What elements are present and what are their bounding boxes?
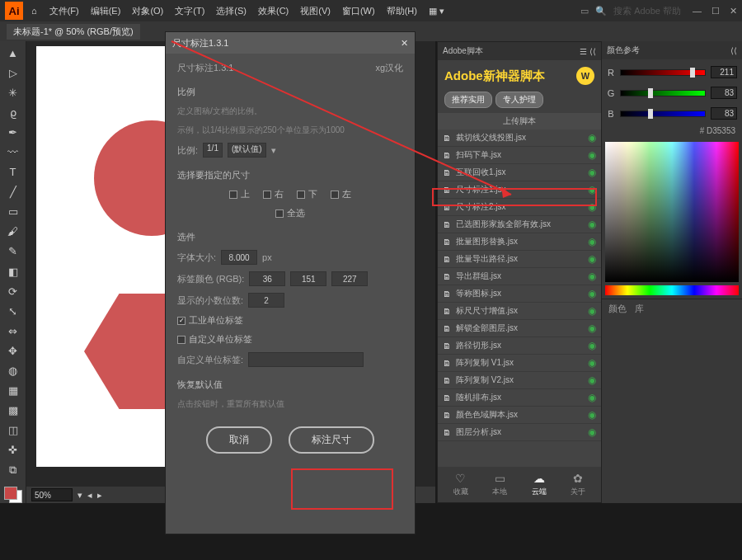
script-item[interactable]: 🗎已选图形家族全部有效.jsx◉ [438, 216, 601, 233]
tool-magic-wand[interactable]: ✳ [4, 84, 22, 101]
tool-pen[interactable]: ✒ [4, 124, 22, 140]
font-size-input[interactable] [221, 250, 257, 265]
side-left-checkbox[interactable]: 左 [331, 188, 351, 200]
tool-eyedropper[interactable]: ✜ [4, 442, 22, 459]
nav-prev-icon[interactable]: ◂ [87, 490, 92, 501]
b-value[interactable]: 83 [711, 107, 737, 120]
color-picker[interactable] [605, 142, 739, 282]
script-item[interactable]: 🗎等称图标.jsx◉ [438, 285, 601, 303]
menu-select[interactable]: 选择(S) [212, 3, 251, 19]
tool-width[interactable]: ⇔ [4, 322, 22, 339]
rgb-r-input[interactable] [249, 271, 285, 286]
menu-extra-icon[interactable]: ▦ ▾ [425, 4, 448, 18]
b-slider[interactable] [620, 111, 706, 117]
r-value[interactable]: 211 [711, 66, 737, 78]
scripts-tab-label[interactable]: Adobe脚本 [443, 45, 483, 57]
window-max[interactable]: ☐ [711, 6, 720, 16]
script-item[interactable]: 🗎解锁全部图层.jsx◉ [438, 320, 601, 337]
menu-edit[interactable]: 编辑(E) [87, 3, 125, 19]
industrial-unit-checkbox[interactable]: ✓工业单位标签 [177, 314, 403, 327]
tool-shape-builder[interactable]: ◍ [4, 363, 22, 379]
script-item[interactable]: 🗎阵列复制 V1.jsx◉ [438, 355, 601, 372]
hex-value[interactable]: D35353 [707, 126, 735, 135]
ratio-default-select[interactable]: (默认值) [228, 143, 266, 158]
home-icon[interactable]: ⌂ [31, 6, 37, 16]
panel-menu-icon[interactable]: ⟨⟨ [730, 46, 737, 55]
rgb-b-input[interactable] [331, 271, 368, 286]
tool-type[interactable]: T [4, 164, 22, 181]
tab-libraries[interactable]: 库 [635, 303, 644, 315]
scripts-nav-3[interactable]: ✿关于 [571, 472, 585, 497]
tool-mesh[interactable]: ▩ [4, 402, 22, 419]
scripts-category-recommended[interactable]: 推荐实用 [444, 92, 492, 108]
tool-selection[interactable]: ▲ [4, 45, 22, 61]
select-all-checkbox[interactable]: 全选 [275, 207, 305, 219]
tool-lasso[interactable]: ϱ [4, 104, 22, 120]
menu-effect[interactable]: 效果(C) [254, 3, 293, 19]
script-item[interactable]: 🗎批量图形替换.jsx◉ [438, 233, 601, 251]
document-tab[interactable]: 未标题-1* @ 50% (RGB/预览) [7, 24, 140, 40]
ratio-select[interactable]: 1/1 [203, 143, 223, 158]
custom-unit-input[interactable] [248, 352, 364, 367]
script-item[interactable]: 🗎互联回收1.jsx◉ [438, 164, 601, 181]
fill-stroke-swatch[interactable] [4, 487, 22, 503]
side-right-checkbox[interactable]: 右 [263, 188, 284, 200]
tool-line[interactable]: ╱ [4, 184, 22, 200]
script-item[interactable]: 🗎导出群组.jsx◉ [438, 268, 601, 285]
menu-window[interactable]: 窗口(W) [338, 3, 379, 19]
tool-eraser[interactable]: ◧ [4, 263, 22, 280]
menu-view[interactable]: 视图(V) [296, 3, 335, 19]
scripts-nav-2[interactable]: ☁云端 [532, 472, 547, 497]
tool-free-transform[interactable]: ✥ [4, 342, 22, 359]
scripts-nav-1[interactable]: ▭本地 [492, 472, 507, 497]
side-bottom-checkbox[interactable]: 下 [297, 188, 317, 200]
dialog-close-icon[interactable]: ✕ [401, 38, 408, 49]
script-item[interactable]: 🗎扫码下单.jsx◉ [438, 147, 601, 164]
tool-brush[interactable]: 🖌 [4, 224, 22, 240]
artboard[interactable] [36, 46, 168, 467]
g-slider[interactable] [620, 90, 706, 96]
side-top-checkbox[interactable]: 上 [229, 188, 250, 200]
script-item[interactable]: 🗎路径切形.jsx◉ [438, 337, 601, 355]
script-item[interactable]: 🗎随机排布.jsx◉ [438, 389, 601, 407]
script-item[interactable]: 🗎标尺尺寸增值.jsx◉ [438, 303, 601, 320]
tool-shaper[interactable]: ✎ [4, 243, 22, 260]
menu-object[interactable]: 对象(O) [128, 3, 167, 19]
tab-swatches[interactable]: 颜色 [608, 303, 627, 315]
tool-perspective[interactable]: ▦ [4, 383, 22, 399]
window-min[interactable]: — [693, 6, 702, 16]
shape-hexagon[interactable] [84, 294, 168, 409]
hue-slider[interactable] [605, 285, 739, 295]
confirm-button[interactable]: 标注尺寸 [289, 426, 374, 454]
cancel-button[interactable]: 取消 [206, 426, 272, 454]
tool-scale[interactable]: ⤡ [4, 303, 22, 319]
tool-rotate[interactable]: ⟳ [4, 283, 22, 299]
script-item[interactable]: 🗎批量导出路径.jsx◉ [438, 251, 601, 268]
search-icon[interactable]: 🔍 [595, 6, 607, 16]
zoom-input[interactable] [31, 488, 73, 501]
scripts-nav-0[interactable]: ♡收藏 [453, 472, 468, 497]
script-item[interactable]: 🗎裁切线父线投图.jsx◉ [438, 129, 601, 147]
decimals-input[interactable] [248, 293, 284, 308]
r-slider[interactable] [620, 69, 706, 76]
window-close[interactable]: ✕ [730, 6, 737, 16]
panel-menu-icon[interactable]: ☰ ⟨⟨ [580, 47, 596, 56]
tool-curvature[interactable]: 〰 [4, 144, 22, 160]
menu-type[interactable]: 文字(T) [171, 3, 209, 19]
nav-next-icon[interactable]: ▸ [97, 490, 102, 501]
tool-direct-select[interactable]: ▷ [4, 64, 22, 81]
rgb-g-input[interactable] [290, 271, 326, 286]
custom-unit-checkbox[interactable]: 自定义单位标签 [177, 333, 403, 346]
shape-circle[interactable] [94, 120, 168, 236]
chevron-down-icon[interactable]: ▾ [271, 145, 276, 156]
g-value[interactable]: 83 [711, 87, 737, 99]
script-item[interactable]: 🗎颜色色域脚本.jsx◉ [438, 407, 601, 424]
scripts-category-pro[interactable]: 专人护理 [495, 92, 543, 108]
script-item[interactable]: 🗎图层分析.jsx◉ [438, 424, 601, 441]
menu-help[interactable]: 帮助(H) [383, 3, 421, 19]
script-item[interactable]: 🗎阵列复制 V2.jsx◉ [438, 372, 601, 389]
tool-rectangle[interactable]: ▭ [4, 204, 22, 220]
menu-file[interactable]: 文件(F) [45, 3, 83, 19]
zoom-dropdown-icon[interactable]: ▾ [77, 490, 82, 501]
tool-blend[interactable]: ⧉ [4, 462, 22, 478]
